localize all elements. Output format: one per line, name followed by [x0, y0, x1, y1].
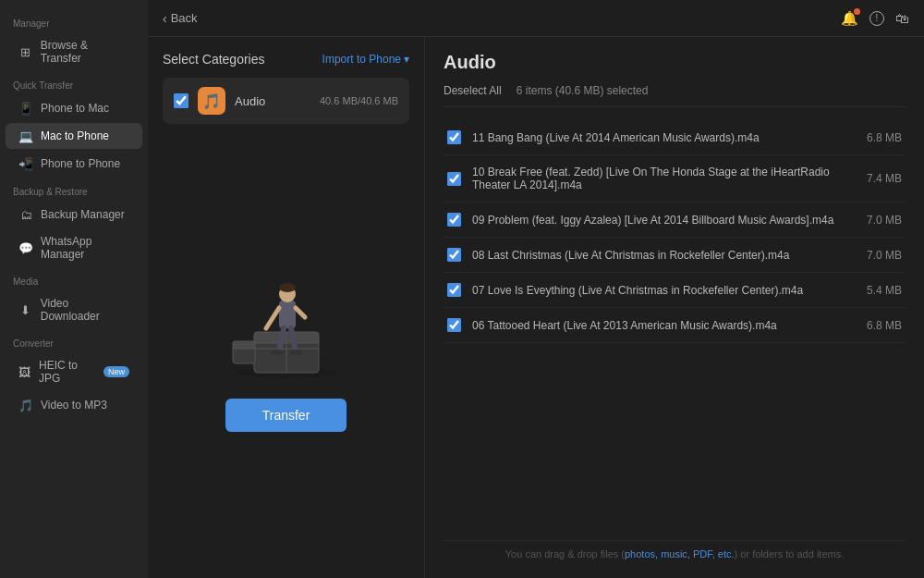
content-split: Select Categories Import to Phone ▾ 🎵 Au…: [148, 37, 924, 578]
file-name: 08 Last Christmas (Live At Christmas in …: [472, 249, 856, 262]
whatsapp-icon: 💬: [18, 240, 33, 255]
sidebar-section-quick-transfer: Quick Transfer: [0, 71, 148, 94]
mac-to-phone-icon: 💻: [18, 129, 33, 143]
sidebar-item-phone-to-mac[interactable]: 📱 Phone to Mac: [6, 95, 142, 121]
topbar-icons: 🔔 ! 🛍: [841, 10, 909, 27]
backup-icon: 🗂: [18, 207, 33, 222]
file-size: 6.8 MB: [867, 319, 902, 332]
sidebar-item-mac-to-phone[interactable]: 💻 Mac to Phone: [6, 123, 142, 149]
sidebar-section-backup: Backup & Restore: [0, 178, 148, 201]
sidebar: Manager ⊞ Browse & Transfer Quick Transf…: [0, 0, 148, 578]
file-list-item: 10 Break Free (feat. Zedd) [Live On The …: [444, 155, 906, 203]
sidebar-item-heic-to-jpg[interactable]: 🖼 HEIC to JPG New: [6, 353, 142, 390]
left-panel: Select Categories Import to Phone ▾ 🎵 Au…: [148, 37, 425, 578]
file-size: 7.4 MB: [867, 172, 902, 185]
select-categories-header: Select Categories Import to Phone ▾: [163, 52, 409, 67]
file-size: 5.4 MB: [867, 284, 902, 297]
mp3-icon: 🎵: [18, 398, 33, 412]
drag-drop-link[interactable]: photos, music, PDF, etc.: [625, 548, 735, 560]
sidebar-section-manager: Manager: [0, 9, 148, 32]
gift-icon[interactable]: 🛍: [895, 10, 909, 26]
video-icon: ⬇: [18, 302, 33, 317]
back-button[interactable]: ‹ Back: [163, 11, 198, 26]
sidebar-item-backup-manager[interactable]: 🗂 Backup Manager: [6, 202, 142, 228]
file-list-item: 09 Problem (feat. Iggy Azalea) [Live At …: [444, 203, 906, 238]
sidebar-item-video-to-mp3[interactable]: 🎵 Video to MP3: [6, 392, 142, 418]
file-name: 11 Bang Bang (Live At 2014 American Musi…: [472, 131, 856, 144]
file-checkbox[interactable]: [447, 283, 461, 297]
heic-icon: 🖼: [18, 364, 31, 379]
file-list: 11 Bang Bang (Live At 2014 American Musi…: [444, 120, 906, 533]
select-categories-title: Select Categories: [163, 52, 265, 67]
drag-drop-suffix: ) or folders to add items.: [735, 548, 845, 560]
illustration-svg: [213, 264, 360, 384]
file-list-item: 06 Tattooed Heart (Live At 2013 American…: [444, 308, 906, 343]
file-name: 06 Tattooed Heart (Live At 2013 American…: [472, 319, 856, 332]
illustration-area: Transfer: [163, 131, 409, 563]
sidebar-item-browse-transfer[interactable]: ⊞ Browse & Transfer: [6, 33, 142, 70]
alert-icon[interactable]: !: [869, 11, 884, 26]
audio-category-item[interactable]: 🎵 Audio 40.6 MB/40.6 MB: [163, 78, 409, 124]
file-size: 7.0 MB: [867, 249, 902, 262]
file-size: 6.8 MB: [867, 131, 902, 144]
sidebar-item-phone-to-phone[interactable]: 📲 Phone to Phone: [6, 151, 142, 177]
file-checkbox[interactable]: [447, 172, 461, 186]
audio-category-size: 40.6 MB/40.6 MB: [320, 95, 398, 106]
main-area: ‹ Back 🔔 ! 🛍 Select Categories Import to…: [148, 0, 924, 578]
file-list-item: 08 Last Christmas (Live At Christmas in …: [444, 238, 906, 273]
notification-dot: [854, 8, 860, 15]
phone-to-mac-icon: 📱: [18, 101, 33, 116]
new-badge: New: [103, 366, 129, 377]
audio-section-title: Audio: [444, 52, 906, 73]
dropdown-arrow-icon: ▾: [404, 53, 409, 66]
back-chevron-icon: ‹: [163, 11, 167, 26]
transfer-button[interactable]: Transfer: [225, 399, 347, 432]
deselect-all-button[interactable]: Deselect All: [444, 84, 502, 97]
audio-category-icon: 🎵: [198, 87, 225, 115]
audio-checkbox[interactable]: [174, 93, 188, 108]
svg-point-12: [271, 350, 284, 355]
svg-rect-15: [233, 341, 255, 349]
file-name: 10 Break Free (feat. Zedd) [Live On The …: [472, 166, 856, 191]
svg-line-8: [266, 308, 279, 328]
file-name: 07 Love Is Eveything (Live At Christmas …: [472, 284, 856, 297]
file-list-item: 11 Bang Bang (Live At 2014 American Musi…: [444, 120, 906, 155]
file-checkbox[interactable]: [447, 130, 461, 144]
drag-drop-bar: You can drag & drop files (photos, music…: [444, 540, 906, 563]
sidebar-item-video-downloader[interactable]: ⬇ Video Downloader: [6, 291, 142, 328]
audio-subheader: Deselect All 6 items (40.6 MB) selected: [444, 84, 906, 107]
file-list-item: 07 Love Is Eveything (Live At Christmas …: [444, 273, 906, 308]
sidebar-item-whatsapp-manager[interactable]: 💬 WhatsApp Manager: [6, 229, 142, 266]
svg-point-7: [279, 283, 296, 292]
svg-line-9: [296, 308, 305, 317]
items-selected-info: 6 items (40.6 MB) selected: [517, 84, 649, 97]
sidebar-section-media: Media: [0, 267, 148, 290]
import-to-phone-button[interactable]: Import to Phone ▾: [322, 53, 409, 66]
grid-icon: ⊞: [18, 44, 33, 59]
notification-icon[interactable]: 🔔: [841, 10, 858, 27]
file-checkbox[interactable]: [447, 318, 461, 332]
right-panel: Audio Deselect All 6 items (40.6 MB) sel…: [425, 37, 924, 578]
file-name: 09 Problem (feat. Iggy Azalea) [Live At …: [472, 214, 856, 227]
file-checkbox[interactable]: [447, 213, 461, 227]
phone-to-phone-icon: 📲: [18, 156, 33, 171]
sidebar-section-converter: Converter: [0, 329, 148, 352]
drag-drop-prefix: You can drag & drop files (: [505, 548, 625, 560]
topbar: ‹ Back 🔔 ! 🛍: [148, 0, 924, 37]
file-checkbox[interactable]: [447, 248, 461, 262]
svg-point-13: [290, 350, 303, 355]
audio-category-name: Audio: [235, 94, 310, 108]
file-size: 7.0 MB: [867, 214, 902, 227]
svg-rect-5: [279, 301, 296, 328]
